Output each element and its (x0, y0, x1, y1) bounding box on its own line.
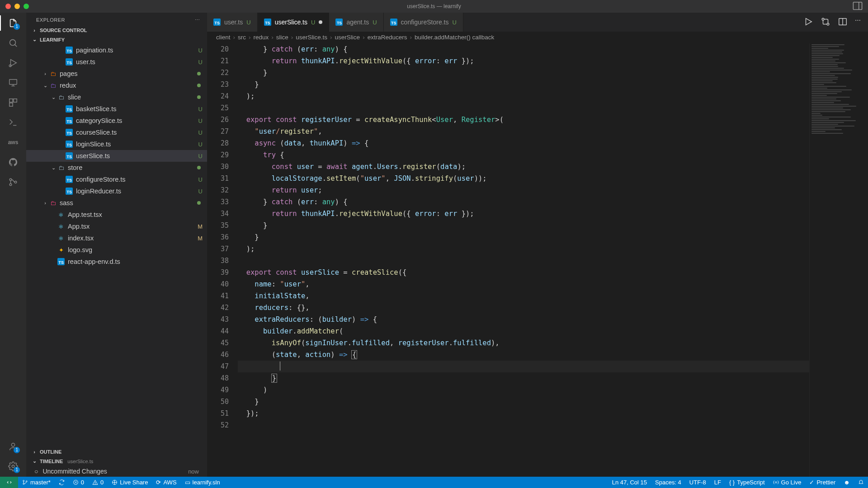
tree-item-sass[interactable]: ›🗀sass (26, 197, 207, 209)
git-branch[interactable]: master* (18, 477, 55, 488)
tree-item-categorySlice-ts[interactable]: TScategorySlice.tsU (26, 115, 207, 127)
debug-icon[interactable] (7, 57, 19, 69)
outline-section[interactable]: › OUTLINE (26, 447, 207, 456)
source-control-section[interactable]: › SOURCE CONTROL (26, 26, 207, 35)
tree-item-user-ts[interactable]: TSuser.tsU (26, 56, 207, 68)
eol[interactable]: LF (710, 479, 725, 486)
svg-marker-18 (806, 18, 812, 25)
tab-more-icon[interactable]: ⋯ (855, 17, 861, 28)
close-window-button[interactable] (5, 4, 11, 9)
terminal-icon[interactable] (7, 117, 19, 128)
svg-point-23 (23, 480, 24, 482)
indentation[interactable]: Spaces: 4 (651, 479, 685, 486)
maximize-window-button[interactable] (24, 4, 29, 9)
solution-file[interactable]: ▭learnify.sln (181, 477, 224, 488)
tree-item-App-test-tsx[interactable]: ⚛App.test.tsx (26, 209, 207, 221)
breadcrumb-segment[interactable]: extraReducers (368, 34, 407, 41)
tree-item-loginSlice-ts[interactable]: TSloginSlice.tsU (26, 138, 207, 150)
window-controls (0, 4, 29, 9)
breadcrumb[interactable]: client›src›redux›slice›userSlice.ts›user… (207, 32, 868, 43)
prettier-status[interactable]: ✓Prettier (805, 479, 840, 486)
svg-point-32 (775, 482, 776, 483)
tree-item-configureStore-ts[interactable]: TSconfigureStore.tsU (26, 174, 207, 185)
explorer-icon[interactable]: 1 (7, 17, 19, 29)
explorer-title: EXPLORER (36, 17, 65, 23)
remote-explorer-icon[interactable] (7, 77, 19, 89)
svg-rect-9 (9, 99, 13, 102)
svg-point-2 (10, 40, 16, 46)
sync-button[interactable] (55, 477, 69, 488)
project-section[interactable]: ⌄ LEARNIFY (26, 35, 207, 44)
svg-rect-6 (9, 80, 17, 84)
layout-icon[interactable] (853, 1, 863, 12)
search-icon[interactable] (7, 37, 19, 49)
live-share[interactable]: Live Share (108, 477, 152, 488)
tree-item-logo-svg[interactable]: ✦logo.svg (26, 244, 207, 256)
window-title: userSlice.ts — learnify (407, 3, 461, 9)
breadcrumb-segment[interactable]: redux (254, 34, 269, 41)
settings-gear-icon[interactable]: 1 (7, 460, 19, 472)
breadcrumb-segment[interactable]: client (216, 34, 231, 41)
breadcrumb-segment[interactable]: builder.addMatcher() callback (415, 34, 494, 41)
breadcrumb-segment[interactable]: slice (276, 34, 288, 41)
tree-item-loginReducer-ts[interactable]: TSloginReducer.tsU (26, 185, 207, 197)
tree-item-store[interactable]: ⌄🗀store (26, 162, 207, 174)
svg-point-5 (9, 65, 11, 67)
tab-user-ts[interactable]: TSuser.tsU (207, 13, 258, 32)
breadcrumb-segment[interactable]: src (238, 34, 246, 41)
svg-rect-0 (853, 2, 862, 9)
more-icon[interactable]: ⋯ (195, 17, 200, 23)
split-editor-icon[interactable] (838, 17, 848, 28)
tree-item-react-app-env-d-ts[interactable]: TSreact-app-env.d.ts (26, 256, 207, 267)
tree-item-userSlice-ts[interactable]: TSuserSlice.tsU (26, 150, 207, 162)
line-gutter: 2021222324252627282930313233343536373839… (207, 43, 238, 477)
encoding[interactable]: UTF-8 (685, 479, 710, 486)
svg-point-19 (822, 18, 824, 20)
tab-agent-ts[interactable]: TSagent.tsU (329, 13, 383, 32)
git-graph-icon[interactable] (7, 176, 19, 188)
run-icon[interactable] (803, 17, 813, 28)
problems-warnings[interactable]: 0 (88, 477, 108, 488)
editor-tabs: TSuser.tsUTSuserSlice.tsUTSagent.tsUTSco… (207, 13, 868, 32)
tree-item-redux[interactable]: ⌄🗀redux (26, 80, 207, 91)
aws-status[interactable]: ⟳AWS (152, 477, 180, 488)
svg-point-20 (827, 23, 829, 25)
tree-item-pages[interactable]: ›🗀pages (26, 68, 207, 80)
github-icon[interactable] (7, 156, 19, 168)
language-mode[interactable]: { }TypeScript (725, 479, 769, 486)
tab-userSlice-ts[interactable]: TSuserSlice.tsU (258, 13, 330, 32)
tree-item-slice[interactable]: ⌄🗀slice (26, 91, 207, 103)
timeline-item[interactable]: ○ Uncommitted Changes now (26, 466, 207, 477)
feedback-icon[interactable]: ☻ (840, 479, 854, 486)
extensions-icon[interactable] (7, 97, 19, 108)
svg-point-25 (26, 481, 27, 482)
minimap[interactable] (809, 43, 868, 477)
svg-point-17 (12, 465, 14, 468)
breadcrumb-segment[interactable]: userSlice (335, 34, 360, 41)
tree-item-courseSlice-ts[interactable]: TScourseSlice.tsU (26, 127, 207, 138)
tree-item-basketSlice-ts[interactable]: TSbasketSlice.tsU (26, 103, 207, 115)
tree-item-App-tsx[interactable]: ⚛App.tsxM (26, 221, 207, 232)
svg-point-16 (11, 443, 14, 446)
go-live[interactable]: Go Live (769, 479, 806, 486)
titlebar: userSlice.ts — learnify (0, 0, 868, 13)
statusbar: master* 0 0 Live Share ⟳AWS ▭learnify.sl… (0, 477, 868, 488)
svg-line-3 (15, 45, 17, 47)
aws-icon[interactable]: aws (7, 136, 19, 148)
diff-icon[interactable] (821, 17, 830, 28)
timeline-section[interactable]: ⌄ TIMELINE userSlice.ts (26, 456, 207, 466)
problems-errors[interactable]: 0 (69, 477, 88, 488)
remote-indicator[interactable] (0, 477, 18, 488)
sidebar: EXPLORER ⋯ › SOURCE CONTROL ⌄ LEARNIFY T… (26, 13, 207, 477)
cursor-position[interactable]: Ln 47, Col 15 (608, 479, 651, 486)
notifications-icon[interactable] (854, 479, 868, 485)
code-content[interactable]: } catch (err: any) { return thunkAPI.rej… (238, 43, 809, 477)
minimize-window-button[interactable] (14, 4, 20, 9)
tab-configureStore-ts[interactable]: TSconfigureStore.tsU (384, 13, 463, 32)
accounts-icon[interactable]: 1 (7, 441, 19, 452)
svg-point-14 (9, 183, 12, 186)
breadcrumb-segment[interactable]: userSlice.ts (296, 34, 327, 41)
tree-item-index-tsx[interactable]: ⚛index.tsxM (26, 232, 207, 244)
tree-item-pagination-ts[interactable]: TSpagination.tsU (26, 44, 207, 56)
svg-rect-11 (9, 103, 13, 106)
